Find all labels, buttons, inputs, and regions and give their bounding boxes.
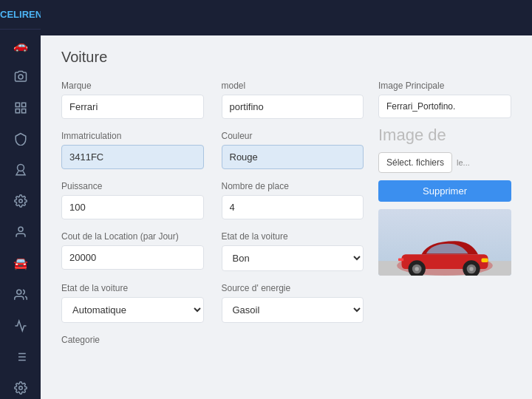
sidebar: CELIRENT 🚗 🚘	[0, 0, 41, 399]
sidebar-item-cog[interactable]	[0, 185, 41, 216]
svg-point-6	[18, 200, 22, 203]
page-content: Voiture Marque model Immatriculation	[41, 35, 532, 399]
sidebar-item-camera[interactable]	[0, 61, 41, 92]
svg-point-25	[469, 267, 473, 270]
etat-voiture2-label: Etat de la voiture	[61, 283, 204, 293]
sidebar-item-car2[interactable]: 🚘	[0, 248, 41, 279]
right-panel: Image Principale Ferrari_Portofino. Imag…	[364, 81, 511, 345]
cout-label: Cout de la Location (par Jour)	[61, 231, 204, 242]
image-principale-label: Image Principale	[378, 81, 511, 91]
form-area: Marque model Immatriculation Couleur	[41, 73, 532, 352]
model-label: model	[222, 81, 364, 91]
cout-group: Cout de la Location (par Jour)	[61, 231, 204, 271]
form-grid: Marque model Immatriculation Couleur	[61, 81, 364, 345]
puissance-input[interactable]	[61, 195, 204, 219]
model-group: model	[222, 81, 364, 119]
immatriculation-group: Immatriculation	[61, 131, 204, 169]
nombre-place-input[interactable]	[222, 195, 364, 219]
immatriculation-input[interactable]	[61, 145, 204, 169]
cout-input[interactable]	[61, 245, 204, 270]
svg-rect-26	[482, 259, 488, 262]
nombre-place-label: Nombre de place	[222, 181, 364, 191]
svg-point-15	[18, 386, 22, 390]
select-files-button[interactable]: Sélect. fichiers	[378, 152, 452, 173]
car-preview-svg	[378, 209, 511, 276]
source-energie-label: Source d' energie	[222, 283, 364, 293]
svg-point-8	[16, 290, 21, 294]
nombre-place-group: Nombre de place	[222, 181, 364, 219]
svg-point-0	[18, 75, 23, 79]
sidebar-item-settings[interactable]	[0, 372, 41, 399]
sidebar-item-users[interactable]	[0, 279, 41, 310]
car-image-preview	[378, 209, 511, 276]
sidebar-item-grid[interactable]	[0, 92, 41, 123]
svg-rect-4	[21, 109, 25, 113]
source-energie-select[interactable]: Gasoil Essence Electrique	[222, 297, 364, 323]
app-logo: CELIRENT	[0, 0, 41, 30]
sidebar-item-badge[interactable]	[0, 154, 41, 185]
model-input[interactable]	[222, 95, 364, 119]
marque-input[interactable]	[61, 95, 204, 119]
sidebar-item-shield[interactable]	[0, 123, 41, 154]
puissance-label: Puissance	[61, 181, 204, 191]
sidebar-item-car[interactable]: 🚗	[0, 30, 41, 61]
image-de-label: Image de	[378, 126, 511, 145]
categorie-group: Categorie	[61, 335, 204, 345]
file-actions: Sélect. fichiers le...	[378, 152, 511, 173]
categorie-label: Categorie	[61, 335, 204, 345]
file-placeholder-text: le...	[457, 158, 470, 167]
svg-rect-2	[21, 103, 25, 106]
etat-voiture-select[interactable]: Bon Mauvais Excellent	[222, 245, 364, 271]
svg-rect-1	[16, 103, 19, 106]
couleur-label: Couleur	[222, 131, 364, 141]
source-energie-group: Source d' energie Gasoil Essence Electri…	[222, 283, 364, 323]
svg-rect-27	[398, 259, 403, 262]
image-filename: Ferrari_Portofino.	[378, 95, 511, 118]
sidebar-item-chart[interactable]	[0, 310, 41, 341]
image-principale-group: Image Principale Ferrari_Portofino.	[378, 81, 511, 118]
etat-voiture-group: Etat de la voiture Bon Mauvais Excellent	[222, 231, 364, 271]
etat-voiture2-group: Etat de la voiture Automatique Manuelle	[61, 283, 204, 323]
svg-point-5	[17, 165, 24, 171]
etat-voiture2-select[interactable]: Automatique Manuelle	[61, 297, 204, 323]
couleur-input[interactable]	[222, 145, 364, 169]
svg-point-7	[18, 227, 23, 231]
svg-rect-3	[16, 109, 19, 113]
couleur-group: Couleur	[222, 131, 364, 169]
topbar	[41, 0, 532, 35]
main-area: Voiture Marque model Immatriculation	[41, 0, 532, 399]
sidebar-item-list[interactable]	[0, 341, 41, 372]
delete-button[interactable]: Supprimer	[378, 180, 511, 202]
puissance-group: Puissance	[61, 181, 204, 219]
sidebar-item-user[interactable]	[0, 216, 41, 248]
marque-label: Marque	[61, 81, 204, 91]
etat-voiture-label: Etat de la voiture	[222, 231, 364, 242]
svg-point-22	[415, 267, 419, 270]
immatriculation-label: Immatriculation	[61, 131, 204, 141]
marque-group: Marque	[61, 81, 204, 119]
logo-prefix: CELI	[0, 9, 22, 20]
page-title: Voiture	[61, 49, 511, 66]
page-header: Voiture	[41, 35, 532, 73]
